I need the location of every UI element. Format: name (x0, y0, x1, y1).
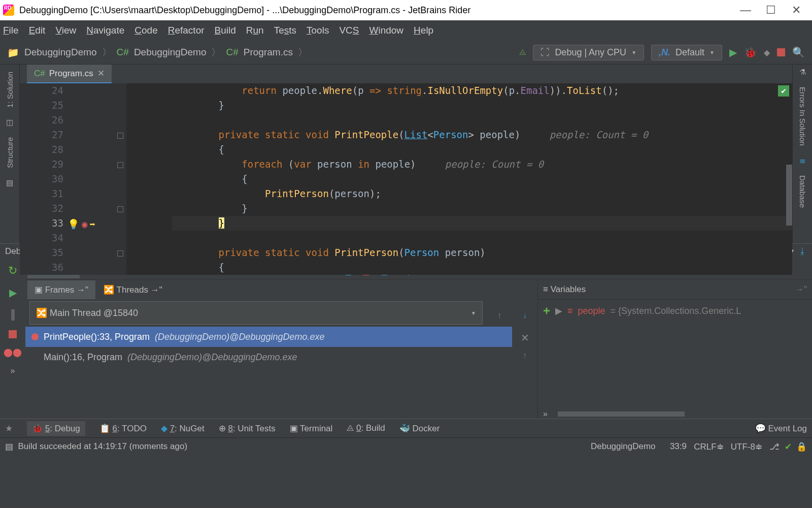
tool-build[interactable]: ⨺ 0: Build (347, 423, 385, 433)
event-log[interactable]: 💬 Event Log (755, 423, 807, 434)
add-watch-icon[interactable]: + (543, 304, 550, 318)
editor: C# Program.cs ✕ 242526272829303132333435… (20, 65, 792, 243)
thread-select[interactable]: 🔀 Main Thread @15840 ▼ (29, 301, 483, 325)
code-area[interactable]: 24252627282930313233343536 💡 ◉ ➡ return … (20, 83, 792, 275)
lock-icon[interactable]: 🔒 (796, 441, 807, 452)
tool-debug[interactable]: 🐞 5: Debug (27, 421, 85, 436)
titlebar: DebuggingDemo [C:\Users\maart\Desktop\De… (0, 0, 812, 20)
coverage-icon[interactable]: ◆ (764, 48, 770, 57)
csharp-file-icon: C# (226, 47, 238, 58)
menu-window[interactable]: Window (369, 25, 404, 36)
tool-nuget[interactable]: ◆ 7: NuGet (161, 423, 205, 434)
stack-frame-row[interactable]: PrintPeople():33, Program (DebuggingDemo… (25, 327, 512, 347)
ok-check-icon[interactable]: ✔ (785, 441, 792, 452)
menubar: File Edit View Navigate Code Refactor Bu… (0, 20, 812, 41)
menu-view[interactable]: View (55, 25, 76, 36)
download-icon[interactable]: ⭳ (798, 246, 807, 257)
star-icon[interactable]: ★ (5, 423, 13, 434)
list-icon: ≡ (543, 284, 548, 295)
navbar: 📁 DebuggingDemo 〉 C# DebuggingDemo 〉 C# … (0, 41, 812, 65)
status-bar: ▤ Build succeeded at 14:19:17 (moments a… (0, 437, 812, 455)
sidebar-item-errors[interactable]: Errors In Solution (796, 80, 809, 153)
frame-nav-up-icon[interactable]: ↑ (523, 351, 527, 360)
breadcrumb-file[interactable]: Program.cs (244, 47, 293, 58)
tool-docker[interactable]: 🐳 Docker (399, 423, 440, 434)
menu-vcs[interactable]: VCS (339, 25, 359, 36)
tool-unit-tests[interactable]: ⊕ 8: Unit Tests (219, 423, 276, 434)
bottom-toolbar: ★ 🐞 5: Debug 📋 6: TODO ◆ 7: NuGet ⊕ 8: U… (0, 419, 812, 437)
expand-icon[interactable]: ▶ (555, 305, 562, 316)
h-scrollbar[interactable] (558, 411, 685, 417)
field-icon: ≡ (567, 306, 573, 316)
menu-run[interactable]: Run (246, 25, 264, 36)
subtab-threads[interactable]: 🔀 Threads →" (96, 280, 170, 299)
caret-position[interactable]: 33:9 (670, 441, 687, 452)
search-icon[interactable]: 🔍 (792, 46, 805, 58)
app-logo-icon (3, 5, 14, 16)
scrollbar[interactable] (786, 165, 792, 226)
menu-edit[interactable]: Edit (29, 25, 46, 36)
more-icon[interactable]: » (11, 366, 15, 375)
sidebar-item-database[interactable]: Database (796, 168, 809, 215)
debug-button[interactable]: 🐞 (744, 46, 757, 58)
encoding[interactable]: UTF-8≑ (731, 441, 762, 452)
git-icon[interactable]: ⎇ (769, 441, 780, 452)
minimize-button[interactable]: — (733, 4, 758, 17)
build-icon[interactable]: ⨺ (519, 48, 526, 57)
menu-file[interactable]: File (3, 25, 19, 36)
menu-refactor[interactable]: Refactor (168, 25, 205, 36)
status-context[interactable]: DebuggingDemo (591, 441, 656, 452)
stop-debug-button[interactable] (9, 330, 17, 338)
menu-tests[interactable]: Tests (274, 25, 296, 36)
menu-build[interactable]: Build (215, 25, 236, 36)
database-icon: ≣ (796, 153, 809, 168)
maximize-button[interactable]: ☐ (758, 4, 784, 17)
breadcrumb-solution[interactable]: DebuggingDemo (24, 47, 97, 58)
flask-icon: ⚗ (796, 65, 809, 80)
window-title: DebuggingDemo [C:\Users\maart\Desktop\De… (19, 5, 470, 16)
editor-tab-program[interactable]: C# Program.cs ✕ (27, 65, 112, 83)
left-tool-strip: 1: Solution ◫ Structure ▤ (0, 65, 20, 243)
marker-gutter: 💡 ◉ ➡ (65, 83, 126, 275)
close-tab-icon[interactable]: ✕ (97, 68, 105, 79)
frame-down-icon[interactable]: ↓ (523, 311, 527, 320)
breakpoint-check-icon[interactable]: ◉ (82, 217, 87, 232)
line-separator[interactable]: CRLF≑ (694, 441, 723, 452)
close-button[interactable]: ✕ (784, 4, 809, 17)
run-button[interactable]: ▶ (729, 46, 737, 58)
debug-side-controls: ↻ ▶ ‖ ⬤⬤ » (0, 259, 25, 419)
variables-header: Variables (551, 284, 586, 295)
folder-icon: 📁 (7, 47, 19, 58)
structure-icon: ▤ (3, 175, 16, 190)
resume-button[interactable]: ▶ (9, 287, 17, 299)
pause-button[interactable]: ‖ (10, 308, 16, 321)
line-gutter: 24252627282930313233343536 (20, 83, 65, 275)
breakpoints-icon[interactable]: ⬤⬤ (4, 347, 22, 357)
menu-navigate[interactable]: Navigate (86, 25, 124, 36)
menu-tools[interactable]: Tools (307, 25, 329, 36)
delete-frame-icon[interactable]: ✕ (521, 332, 529, 344)
subtab-frames[interactable]: ▣ Frames →" (27, 280, 95, 299)
run-target-select[interactable]: ,N. Default ▼ (651, 45, 722, 60)
stack-frame-row[interactable]: Main():16, Program (DebuggingDemo)@Debug… (25, 347, 512, 367)
stop-button[interactable] (777, 48, 785, 56)
code-lines[interactable]: return people.Where(p => string.IsNullOr… (126, 83, 792, 275)
rerun-icon[interactable]: ↻ (8, 264, 17, 277)
frame-up-icon[interactable]: ↑ (497, 311, 501, 320)
thread-label: Main Thread @15840 (50, 308, 138, 319)
menu-help[interactable]: Help (414, 25, 433, 36)
tool-todo[interactable]: 📋 6: TODO (99, 423, 147, 434)
frame-context: (DebuggingDemo)@DebuggingDemo.exe (155, 332, 324, 342)
build-config-label: Debug | Any CPU (555, 47, 626, 58)
breadcrumb-project[interactable]: DebuggingDemo (134, 47, 207, 58)
sidebar-item-structure[interactable]: Structure (4, 130, 16, 175)
menu-code[interactable]: Code (134, 25, 157, 36)
tool-terminal[interactable]: ▣ Terminal (290, 423, 333, 434)
more-vars-icon[interactable]: » (543, 409, 548, 419)
inspection-ok-icon[interactable]: ✔ (778, 85, 789, 97)
build-config-select[interactable]: ⛶ Debug | Any CPU ▼ (533, 45, 644, 60)
pin-icon[interactable]: →" (795, 284, 807, 295)
var-name: people (578, 306, 605, 316)
lightbulb-icon[interactable]: 💡 (67, 217, 80, 232)
sidebar-item-solution[interactable]: 1: Solution (4, 65, 16, 115)
